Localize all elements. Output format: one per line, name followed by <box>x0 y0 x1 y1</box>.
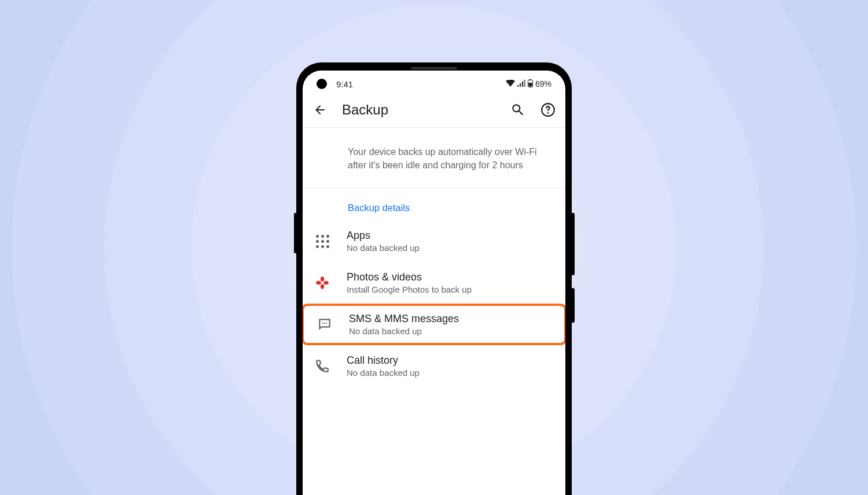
backup-info-text: Your device backs up automatically over … <box>303 128 565 189</box>
list-item-title: Apps <box>347 230 554 242</box>
svg-point-10 <box>324 323 325 324</box>
svg-point-9 <box>322 323 323 324</box>
status-time: 9:41 <box>336 79 353 89</box>
list-item-subtitle: Install Google Photos to back up <box>347 285 554 294</box>
apps-icon <box>313 235 332 248</box>
svg-rect-1 <box>520 83 521 87</box>
help-icon <box>540 102 556 117</box>
search-icon <box>510 102 525 117</box>
photos-icon <box>313 275 332 290</box>
list-item-subtitle: No data backed up <box>347 243 554 253</box>
backup-item-calls[interactable]: Call history No data backed up <box>303 345 565 387</box>
phone-icon <box>313 359 332 374</box>
svg-rect-2 <box>522 82 523 87</box>
app-bar: Backup <box>303 95 565 128</box>
status-bar: 9:41 69% <box>303 71 565 95</box>
backup-item-apps[interactable]: Apps No data backed up <box>303 220 565 262</box>
list-item-title: SMS & MMS messages <box>349 313 551 325</box>
phone-frame: 9:41 69% Backup Your device backs up aut… <box>296 62 572 495</box>
svg-rect-0 <box>517 85 518 87</box>
svg-point-8 <box>547 112 549 114</box>
search-button[interactable] <box>510 102 526 118</box>
page-title: Backup <box>342 102 496 118</box>
svg-rect-3 <box>524 80 525 87</box>
svg-rect-6 <box>528 83 532 87</box>
signal-icon <box>517 79 525 88</box>
phone-screen: 9:41 69% Backup Your device backs up aut… <box>303 71 565 495</box>
camera-dot <box>317 79 327 89</box>
message-icon <box>315 317 334 332</box>
list-item-subtitle: No data backed up <box>347 368 554 378</box>
battery-icon <box>528 79 533 89</box>
list-item-subtitle: No data backed up <box>349 326 551 336</box>
help-button[interactable] <box>540 102 556 118</box>
section-header: Backup details <box>303 189 565 220</box>
svg-point-11 <box>326 323 327 324</box>
list-item-title: Photos & videos <box>347 271 554 283</box>
back-button[interactable] <box>312 102 328 118</box>
list-item-title: Call history <box>347 354 554 367</box>
wifi-icon <box>506 79 515 88</box>
arrow-back-icon <box>313 103 327 117</box>
backup-item-photos[interactable]: Photos & videos Install Google Photos to… <box>303 262 565 304</box>
backup-item-sms[interactable]: SMS & MMS messages No data backed up <box>303 304 565 345</box>
battery-percent: 69% <box>535 79 551 88</box>
